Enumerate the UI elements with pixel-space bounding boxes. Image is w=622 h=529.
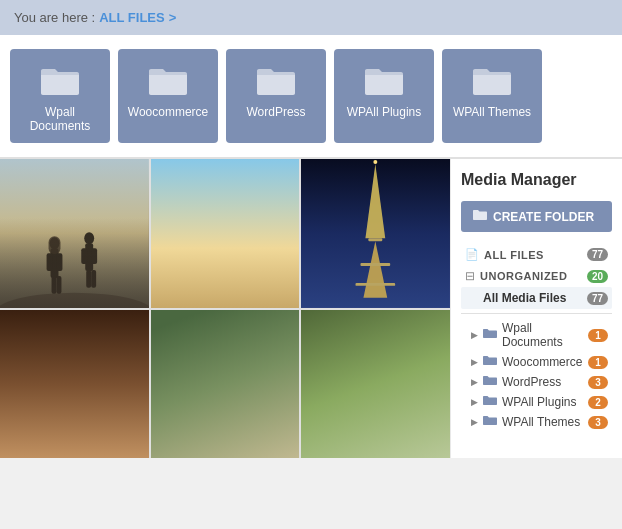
folder-icon xyxy=(471,63,513,97)
all-files-badge: 77 xyxy=(587,248,608,261)
sidebar-tree-tree-wordpress[interactable]: ▶ WordPress 3 xyxy=(461,372,612,392)
image-cell-2[interactable] xyxy=(301,159,450,308)
svg-rect-11 xyxy=(81,248,87,264)
folder-item-wpall-plugins[interactable]: WPAll Plugins xyxy=(334,49,434,143)
svg-rect-5 xyxy=(56,253,62,271)
tree-item-badge: 2 xyxy=(588,396,608,409)
tree-items: ▶ Wpall Documents 1 ▶ Woocommerce 1 ▶ xyxy=(461,318,612,432)
tree-folder-icon xyxy=(483,375,497,389)
sidebar-all-media-label: All Media Files xyxy=(483,291,566,305)
folder-icon xyxy=(255,63,297,97)
image-cell-0[interactable] xyxy=(0,159,149,308)
svg-point-21 xyxy=(374,160,378,164)
folder-plus-icon xyxy=(473,209,487,224)
folder-item-woocommerce[interactable]: Woocommerce xyxy=(118,49,218,143)
chevron-right-icon: ▶ xyxy=(471,357,478,367)
breadcrumb-arrow: > xyxy=(169,10,177,25)
sidebar-separator xyxy=(461,313,612,314)
main-area: Media Manager CREATE FOLDER 📄 ALL FILES … xyxy=(0,159,622,458)
folder-item-wordpress[interactable]: WordPress xyxy=(226,49,326,143)
tree-item-badge: 3 xyxy=(588,376,608,389)
tree-item-label: Wpall Documents xyxy=(502,321,588,349)
folder-grid: Wpall Documents Woocommerce WordPress WP… xyxy=(0,35,622,159)
svg-rect-10 xyxy=(85,243,93,271)
folder-label: Woocommerce xyxy=(128,105,208,119)
svg-rect-12 xyxy=(91,248,97,264)
folder-item-wpall-themes[interactable]: WPAll Themes xyxy=(442,49,542,143)
svg-rect-17 xyxy=(369,238,383,241)
svg-rect-3 xyxy=(51,248,59,278)
svg-rect-20 xyxy=(356,283,396,286)
tree-item-badge: 1 xyxy=(588,329,608,342)
tree-folder-icon xyxy=(483,415,497,429)
sidebar-unorganized-label: UNORGANIZED xyxy=(480,270,567,282)
chevron-right-icon: ▶ xyxy=(471,397,478,407)
chevron-right-icon: ▶ xyxy=(471,330,478,340)
svg-rect-7 xyxy=(56,276,61,294)
svg-rect-14 xyxy=(91,270,96,288)
sidebar-item-unorganized[interactable]: ⊟ UNORGANIZED 20 xyxy=(461,265,612,287)
chevron-right-icon: ▶ xyxy=(471,417,478,427)
tree-folder-icon xyxy=(483,328,497,342)
folder-icon xyxy=(147,63,189,97)
sidebar-item-all-files[interactable]: 📄 ALL FILES 77 xyxy=(461,244,612,265)
svg-rect-8 xyxy=(49,236,61,254)
sidebar-tree-tree-wpall-documents[interactable]: ▶ Wpall Documents 1 xyxy=(461,318,612,352)
chevron-right-icon: ▶ xyxy=(471,377,478,387)
tree-item-label: WordPress xyxy=(502,375,561,389)
sidebar-tree-tree-wpall-themes[interactable]: ▶ WPAll Themes 3 xyxy=(461,412,612,432)
sidebar-tree-tree-wpall-plugins[interactable]: ▶ WPAll Plugins 2 xyxy=(461,392,612,412)
image-cell-5[interactable] xyxy=(301,310,450,459)
sidebar-title: Media Manager xyxy=(461,171,612,189)
folder-label: WPAll Themes xyxy=(453,105,531,119)
folder-label: WordPress xyxy=(246,105,305,119)
sidebar-item-all-media-files[interactable]: All Media Files 77 xyxy=(461,287,612,309)
svg-rect-0 xyxy=(0,159,149,308)
minus-icon: ⊟ xyxy=(465,269,475,283)
tree-folder-icon xyxy=(483,395,497,409)
svg-rect-4 xyxy=(47,253,53,271)
sidebar-all-files-label: ALL FILES xyxy=(484,249,544,261)
create-folder-label: CREATE FOLDER xyxy=(493,210,594,224)
svg-point-1 xyxy=(0,293,149,308)
folder-item-wpall-documents[interactable]: Wpall Documents xyxy=(10,49,110,143)
svg-point-9 xyxy=(84,232,94,244)
tree-item-label: WPAll Plugins xyxy=(502,395,576,409)
image-cell-4[interactable] xyxy=(151,310,300,459)
tree-folder-icon xyxy=(483,355,497,369)
folder-icon xyxy=(363,63,405,97)
tree-item-badge: 1 xyxy=(588,356,608,369)
file-icon: 📄 xyxy=(465,248,479,261)
breadcrumb-all-files-link[interactable]: ALL FILES xyxy=(99,10,164,25)
sidebar-tree-tree-woocommerce[interactable]: ▶ Woocommerce 1 xyxy=(461,352,612,372)
create-folder-button[interactable]: CREATE FOLDER xyxy=(461,201,612,232)
image-cell-3[interactable] xyxy=(0,310,149,459)
svg-rect-6 xyxy=(52,276,57,294)
tree-item-badge: 3 xyxy=(588,416,608,429)
all-media-badge: 77 xyxy=(587,292,608,305)
svg-point-2 xyxy=(50,237,60,249)
folder-label: WPAll Plugins xyxy=(347,105,421,119)
image-grid xyxy=(0,159,450,458)
media-manager-sidebar: Media Manager CREATE FOLDER 📄 ALL FILES … xyxy=(450,159,622,458)
folder-label: Wpall Documents xyxy=(18,105,102,133)
tree-item-label: Woocommerce xyxy=(502,355,582,369)
svg-rect-19 xyxy=(361,263,391,266)
image-cell-1[interactable] xyxy=(151,159,300,308)
unorganized-badge: 20 xyxy=(587,270,608,283)
sidebar-items: 📄 ALL FILES 77 ⊟ UNORGANIZED 20 All Medi… xyxy=(461,244,612,309)
tree-item-label: WPAll Themes xyxy=(502,415,580,429)
svg-rect-13 xyxy=(86,270,91,288)
breadcrumb: You are here : ALL FILES > xyxy=(0,0,622,35)
breadcrumb-prefix: You are here : xyxy=(14,10,95,25)
folder-icon xyxy=(39,63,81,97)
